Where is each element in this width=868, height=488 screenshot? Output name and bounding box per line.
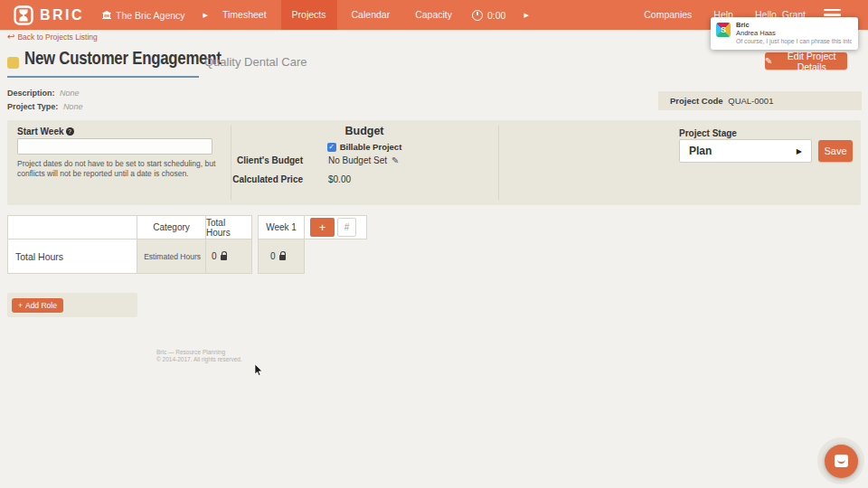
stage-selected-value: Plan: [680, 145, 797, 157]
footer-line1: Bric — Resource Planning: [156, 349, 242, 356]
clock-icon: [472, 10, 483, 21]
nav-item-projects[interactable]: Projects: [281, 0, 337, 30]
back-to-projects-link[interactable]: ↩ Back to Projects Listing: [7, 33, 98, 42]
agency-play-icon[interactable]: ▶: [203, 12, 208, 19]
project-color-icon: [7, 57, 19, 69]
client-budget-value: No Budget Set: [328, 155, 387, 165]
client-budget-label: Client's Budget: [231, 155, 303, 165]
nav-item-companies[interactable]: Companies: [633, 0, 703, 30]
table-category-cell: Estimated Hours: [137, 239, 206, 273]
agency-switcher[interactable]: The Bric Agency: [102, 10, 184, 21]
back-link-label: Back to Projects Listing: [17, 33, 97, 42]
project-stage-select[interactable]: Plan ▶: [679, 139, 812, 163]
description-label: Description:: [7, 89, 55, 98]
chat-launcher-halo: [817, 437, 864, 484]
edit-budget-icon[interactable]: ✎: [392, 155, 399, 165]
hourglass-logo-icon: [14, 5, 33, 25]
client-budget-row: Client's Budget No Budget Set ✎: [231, 155, 498, 165]
billable-checkbox[interactable]: ✓: [327, 143, 336, 152]
table-header-total-hours: Total Hours: [206, 216, 251, 239]
lock-icon: [279, 255, 286, 260]
description-value: None: [60, 89, 80, 98]
project-type-label: Project Type:: [7, 102, 58, 111]
project-code-label: Project Code: [670, 96, 723, 106]
table-row-label: Total Hours: [8, 239, 137, 273]
notification-text: Bric Andrea Haas Of course, I just hope …: [736, 21, 852, 45]
table-total-hours-cell: 0: [206, 239, 251, 273]
notification-sender: Andrea Haas: [736, 29, 852, 37]
notification-message: Of course, I just hope I can phrase this…: [736, 37, 852, 45]
nav-item-timesheet[interactable]: Timesheet: [212, 0, 278, 30]
week-column-header: Week 1: [259, 216, 305, 239]
agency-building-icon: [102, 11, 111, 19]
select-arrow-icon: ▶: [797, 147, 811, 155]
lock-icon: [221, 255, 227, 260]
agency-name: The Bric Agency: [116, 10, 184, 21]
edit-project-details-button[interactable]: ✎ Edit Project Details: [765, 52, 847, 70]
calculated-price-value: $0.00: [328, 174, 351, 184]
panel-divider: [498, 126, 499, 200]
save-button[interactable]: Save: [818, 140, 853, 162]
pencil-icon: ✎: [765, 56, 772, 66]
nav-item-calendar[interactable]: Calendar: [341, 0, 401, 30]
billable-label: Billable Project: [340, 142, 402, 152]
hours-table: Category Total Hours Total Hours Estimat…: [7, 215, 252, 274]
chat-launcher-button[interactable]: [825, 445, 858, 478]
add-role-button[interactable]: + Add Role: [12, 298, 63, 313]
calculated-price-label: Calculated Price: [231, 174, 303, 184]
description-row: Description: None: [7, 89, 80, 98]
week-number-toggle-button[interactable]: #: [337, 218, 356, 237]
start-week-help-text: Project dates do not have to be set to s…: [17, 159, 225, 179]
project-code-value: QUAL-0001: [728, 96, 773, 106]
project-stage-label: Project Stage: [679, 128, 737, 138]
client-name: Quality Dental Care: [204, 55, 307, 69]
add-week-button[interactable]: +: [310, 218, 335, 237]
timer-play-icon[interactable]: ▶: [524, 12, 528, 19]
slack-notification-popup[interactable]: S Bric Andrea Haas Of course, I just hop…: [711, 17, 858, 50]
calculated-price-row: Calculated Price $0.00: [231, 174, 498, 184]
project-settings-panel: Start Week ? Project dates do not have t…: [7, 120, 861, 205]
notification-app-name: Bric: [736, 21, 852, 29]
page-title: New Customer Engagement: [24, 47, 222, 69]
add-role-panel: + Add Role: [7, 293, 137, 317]
start-week-label: Start Week ?: [17, 127, 74, 136]
week-header-box: Week 1 + #: [258, 215, 367, 239]
plus-icon: +: [18, 301, 23, 310]
add-role-label: Add Role: [25, 301, 57, 310]
timer-value: 0:00: [487, 10, 505, 21]
edit-button-label: Edit Project Details: [776, 51, 847, 72]
budget-column: Budget ✓ Billable Project Client's Budge…: [231, 120, 498, 205]
footer: Bric — Resource Planning © 2014-2017. Al…: [156, 349, 242, 363]
title-underline: [7, 76, 199, 78]
nav-item-capacity[interactable]: Capacity: [404, 0, 463, 30]
bric-logo[interactable]: BRIC: [14, 5, 84, 25]
billable-row: ✓ Billable Project: [231, 142, 498, 152]
brand-text: BRIC: [40, 7, 84, 23]
chat-bubble-icon: [835, 455, 848, 467]
timer-widget[interactable]: 0:00: [472, 10, 505, 21]
table-header-category: Category: [137, 216, 206, 239]
back-arrow-icon: ↩: [7, 33, 14, 41]
project-type-row: Project Type: None: [7, 102, 82, 111]
project-type-value: None: [63, 102, 83, 111]
project-code-bar: Project Code QUAL-0001: [658, 91, 862, 110]
budget-title: Budget: [231, 125, 498, 137]
slack-icon: S: [716, 23, 731, 37]
help-icon[interactable]: ?: [66, 127, 74, 136]
table-header-empty: [8, 216, 137, 239]
footer-line2: © 2014-2017. All rights reserved.: [156, 356, 242, 363]
start-week-input[interactable]: [17, 138, 212, 155]
mouse-cursor: [254, 364, 265, 377]
week-hours-cell: 0: [258, 239, 305, 274]
